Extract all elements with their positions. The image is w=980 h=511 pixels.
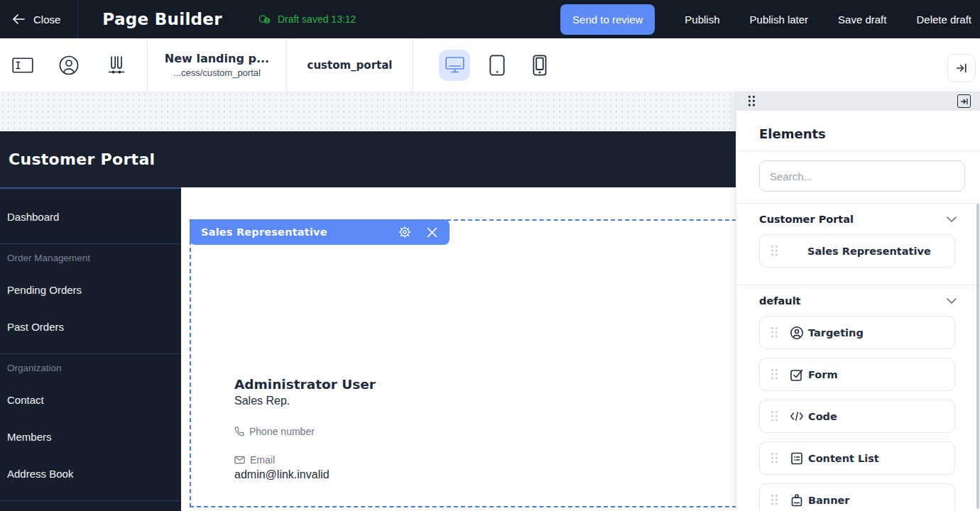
- chevron-down-icon[interactable]: [947, 216, 957, 222]
- email-value: admin@link.invalid: [234, 468, 376, 481]
- drag-handle-icon[interactable]: [771, 327, 778, 338]
- audience-tool-button[interactable]: [58, 54, 80, 77]
- sales-rep-profile: Administrator User Sales Rep. Phone numb…: [234, 377, 376, 481]
- preview-page-title: Customer Portal: [9, 150, 155, 168]
- draft-status: Draft saved 13:12: [258, 13, 356, 25]
- element-groups: Customer PortalSales Representativedefau…: [736, 204, 980, 511]
- form-icon: [790, 368, 804, 382]
- sidebar-item[interactable]: Past Orders: [0, 308, 181, 345]
- device-preview-group: [439, 50, 555, 81]
- element-card[interactable]: Content List: [759, 441, 955, 475]
- sidebar-item[interactable]: Members: [0, 418, 181, 455]
- preview-sidebar: DashboardOrder ManagementPending OrdersP…: [0, 187, 181, 511]
- sidebar-section-label: Order Management: [0, 244, 181, 271]
- sidebar-section-label: Settings: [0, 501, 181, 511]
- phone-row: Phone number: [234, 426, 376, 437]
- element-card-label: Content List: [808, 453, 879, 464]
- panel-scrollbar-thumb[interactable]: [976, 204, 979, 509]
- save-draft-button[interactable]: Save draft: [838, 13, 886, 26]
- element-card[interactable]: Sales Representative: [759, 234, 955, 268]
- app-title: Page Builder: [102, 10, 222, 28]
- envelope-icon: [234, 456, 245, 464]
- sidebar-item[interactable]: Pending Orders: [0, 271, 181, 308]
- elements-panel: Elements Customer PortalSales Representa…: [736, 92, 980, 511]
- send-to-review-button[interactable]: Send to review: [560, 4, 655, 35]
- chevron-down-icon[interactable]: [947, 298, 957, 304]
- page-path: ...cess/custom_portal: [173, 67, 261, 78]
- element-group-label: default: [759, 295, 801, 307]
- page-name: New landing p...: [165, 52, 269, 65]
- code-icon: [790, 410, 804, 424]
- preview-page-header: Customer Portal: [0, 131, 736, 187]
- builder-toolbar: New landing p... ...cess/custom_portal c…: [0, 38, 980, 92]
- email-label: Email: [250, 454, 275, 466]
- sliders-icon: [104, 55, 126, 76]
- drag-handle-icon[interactable]: [771, 411, 778, 422]
- content-list-icon: [790, 451, 804, 466]
- page-info[interactable]: New landing p... ...cess/custom_portal: [148, 52, 286, 78]
- toolbar-divider: [413, 38, 413, 92]
- delete-draft-button[interactable]: Delete draft: [916, 13, 971, 26]
- element-group-label: Customer Portal: [759, 214, 854, 225]
- phone-label: Phone number: [249, 426, 315, 437]
- tab-custom-portal[interactable]: custom_portal: [287, 59, 413, 72]
- gear-icon[interactable]: [398, 225, 412, 239]
- element-card-label: Banner: [808, 495, 849, 506]
- elements-panel-drag-bar: [736, 92, 980, 111]
- element-card[interactable]: Targeting: [759, 316, 955, 349]
- element-card[interactable]: Code: [759, 400, 955, 433]
- sidebar-item[interactable]: Address Book: [0, 455, 181, 492]
- profile-name: Administrator User: [234, 377, 376, 392]
- selected-element-label: Sales Representative: [201, 226, 327, 238]
- selected-element-actions: [398, 225, 438, 239]
- mobile-icon: [533, 55, 547, 76]
- text-field-tool-button[interactable]: [11, 54, 34, 77]
- selected-element-pill: Sales Representative: [190, 219, 450, 245]
- profile-role: Sales Rep.: [234, 395, 376, 407]
- publish-later-button[interactable]: Publish later: [750, 13, 809, 26]
- close-label: Close: [33, 13, 60, 26]
- topbar: Close Page Builder Draft saved 13:12 Sen…: [0, 0, 980, 38]
- search-input[interactable]: [759, 160, 965, 192]
- cloud-check-icon: [258, 13, 271, 25]
- element-card-label: Code: [808, 411, 837, 422]
- preview-main: Sales Representative Administrator User …: [181, 187, 736, 511]
- element-group-header[interactable]: default: [736, 285, 980, 316]
- sidebar-item[interactable]: Dashboard: [0, 198, 181, 235]
- phone-icon: [234, 427, 244, 436]
- page-builder-app: Close Page Builder Draft saved 13:12 Sen…: [0, 0, 980, 511]
- audience-icon: [790, 326, 804, 340]
- banner-icon: [790, 493, 804, 507]
- panel-divider: [736, 150, 980, 151]
- collapse-right-icon: [955, 62, 968, 75]
- selected-element[interactable]: Sales Representative Administrator User …: [190, 219, 736, 507]
- tablet-icon: [489, 55, 505, 76]
- elements-panel-title: Elements: [759, 126, 980, 141]
- element-card[interactable]: Banner: [759, 483, 955, 511]
- device-tablet-button[interactable]: [481, 50, 513, 81]
- close-button[interactable]: Close: [0, 0, 77, 38]
- topbar-divider: [77, 0, 78, 38]
- drag-handle-icon[interactable]: [771, 246, 778, 256]
- topbar-actions: Send to review Publish Publish later Sav…: [560, 4, 980, 35]
- drag-handle-icon[interactable]: [771, 453, 778, 463]
- element-card-label: Targeting: [808, 327, 864, 339]
- drag-handle-icon[interactable]: [771, 495, 778, 505]
- collapse-panel-button[interactable]: [947, 54, 976, 82]
- panel-drag-handle-icon[interactable]: [748, 96, 756, 106]
- sidebar-item[interactable]: Contact: [0, 381, 181, 418]
- draft-status-label: Draft saved 13:12: [278, 13, 356, 25]
- email-row: Email: [234, 454, 376, 466]
- drag-handle-icon[interactable]: [771, 369, 778, 380]
- text-field-icon: [12, 57, 33, 73]
- collapse-right-icon: [960, 97, 969, 106]
- collapse-elements-panel-button[interactable]: [957, 94, 971, 108]
- device-desktop-button[interactable]: [439, 50, 470, 81]
- device-mobile-button[interactable]: [524, 50, 555, 81]
- element-card[interactable]: Form: [759, 358, 955, 391]
- publish-button[interactable]: Publish: [685, 13, 719, 26]
- audience-icon: [58, 54, 80, 77]
- close-icon[interactable]: [426, 226, 438, 238]
- sliders-tool-button[interactable]: [104, 54, 126, 77]
- element-group-header[interactable]: Customer Portal: [736, 204, 980, 234]
